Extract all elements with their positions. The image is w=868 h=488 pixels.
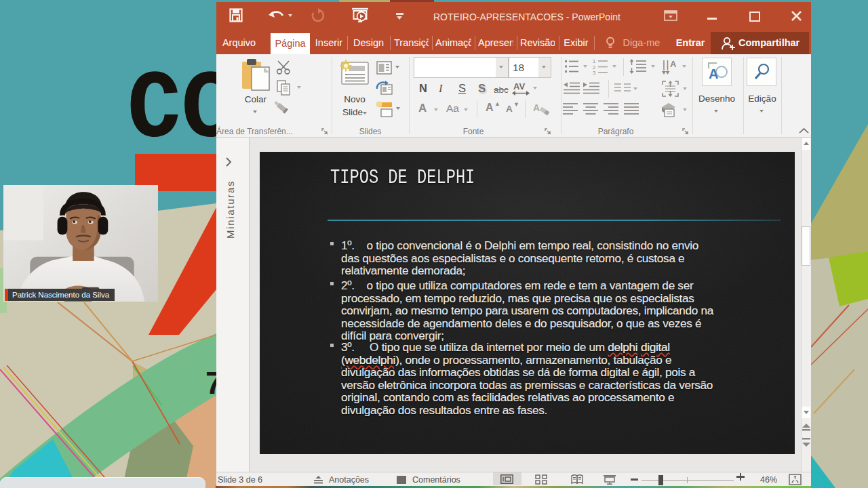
svg-text:A: A [670,59,677,69]
svg-text:A: A [709,66,718,81]
svg-text:3: 3 [593,70,595,75]
